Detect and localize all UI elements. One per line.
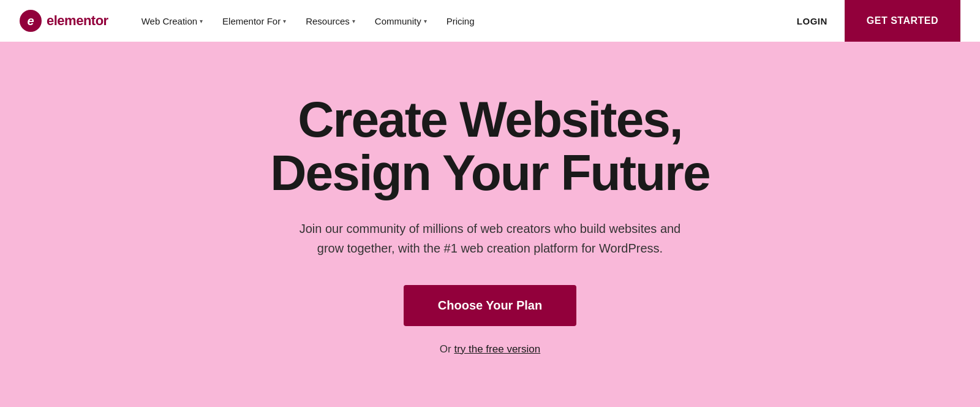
nav-links: Web Creation ▾ Elementor For ▾ Resources… [133, 11, 780, 31]
choose-plan-button[interactable]: Choose Your Plan [404, 285, 576, 326]
logo[interactable]: e elementor [20, 10, 108, 32]
navbar: e elementor Web Creation ▾ Elementor For… [0, 0, 980, 42]
nav-item-elementor-for[interactable]: Elementor For ▾ [214, 11, 295, 31]
get-started-button[interactable]: GET STARTED [845, 0, 960, 42]
logo-icon: e [20, 10, 42, 32]
free-version-text: Or try the free version [440, 343, 540, 356]
nav-item-community[interactable]: Community ▾ [366, 11, 435, 31]
chevron-down-icon: ▾ [424, 18, 427, 25]
free-version-link[interactable]: try the free version [454, 343, 540, 355]
nav-right: LOGIN GET STARTED [780, 0, 960, 42]
logo-text: elementor [47, 13, 108, 29]
nav-item-web-creation[interactable]: Web Creation ▾ [133, 11, 211, 31]
login-button[interactable]: LOGIN [780, 10, 845, 32]
chevron-down-icon: ▾ [352, 18, 355, 25]
hero-subtitle: Join our community of millions of web cr… [294, 219, 686, 258]
chevron-down-icon: ▾ [200, 18, 203, 25]
hero-title: Create Websites, Design Your Future [270, 93, 709, 199]
hero-section: Create Websites, Design Your Future Join… [0, 42, 980, 407]
nav-item-pricing[interactable]: Pricing [438, 11, 483, 31]
chevron-down-icon: ▾ [283, 18, 286, 25]
nav-item-resources[interactable]: Resources ▾ [297, 11, 364, 31]
